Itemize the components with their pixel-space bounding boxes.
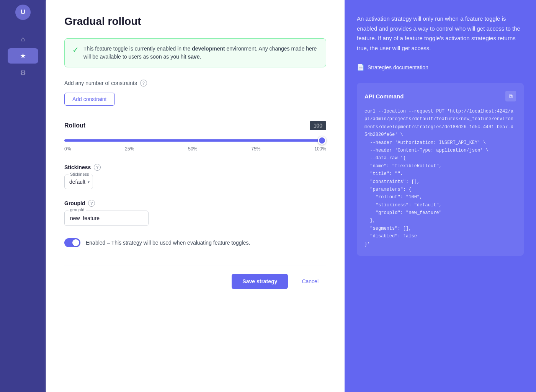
info-panel: An activation strategy will only run whe… (345, 0, 536, 392)
save-strategy-button[interactable]: Save strategy (232, 274, 288, 289)
api-code-block: curl --location --request PUT 'http://lo… (364, 108, 516, 248)
api-command-title: API Command (364, 93, 404, 100)
slider-label-75: 75% (251, 146, 260, 152)
slider-labels: 0% 25% 50% 75% 100% (64, 146, 326, 152)
dialog-overlay: Gradual rollout ✓ This feature toggle is… (46, 0, 536, 392)
add-constraint-button[interactable]: Add constraint (64, 93, 115, 106)
sidebar-nav: ⌂ ★ ⚙ (0, 31, 46, 80)
toggle-text: Enabled – This strategy will be used whe… (86, 240, 250, 246)
slider-label-50: 50% (188, 146, 197, 152)
alert-text: This feature toggle is currently enabled… (83, 45, 318, 61)
slider-container (64, 136, 326, 143)
constraints-help-icon[interactable]: ? (140, 80, 147, 87)
rollout-label: Rollout (64, 122, 85, 129)
api-command-header: API Command ⧉ (364, 91, 516, 101)
form-footer: Save strategy Cancel (64, 266, 326, 289)
toggle-section: Enabled – This strategy will be used whe… (64, 238, 326, 247)
stickiness-value: default (69, 176, 85, 188)
form-panel: Gradual rollout ✓ This feature toggle is… (46, 0, 345, 392)
rollout-value-badge: 100 (310, 121, 326, 130)
docs-link[interactable]: 📄 Strategies documentation (357, 64, 524, 71)
slider-label-0: 0% (64, 146, 71, 152)
docs-icon: 📄 (357, 64, 364, 71)
groupid-floating-label: groupId (69, 207, 86, 212)
api-command-section: API Command ⧉ curl --location --request … (357, 83, 524, 256)
info-description: An activation strategy will only run whe… (357, 14, 524, 53)
page-title: Gradual rollout (64, 15, 326, 28)
copy-icon[interactable]: ⧉ (505, 91, 516, 101)
avatar: U (15, 5, 31, 20)
enabled-toggle[interactable] (64, 238, 80, 247)
constraints-label: Add any number of constraints (64, 80, 137, 86)
slider-label-100: 100% (314, 146, 326, 152)
groupid-section: GroupId ? groupId (64, 200, 326, 226)
sidebar-item-home[interactable]: ⌂ (8, 31, 38, 47)
rollout-header: Rollout 100 (64, 121, 326, 130)
slider-label-25: 25% (125, 146, 134, 152)
stickiness-select[interactable]: Stickiness default ▾ (64, 175, 93, 189)
rollout-section: Rollout 100 0% 25% 50% 75% 100% (64, 121, 326, 152)
rollout-slider[interactable] (64, 139, 326, 142)
sidebar: U ⌂ ★ ⚙ (0, 0, 46, 392)
constraints-section: Add any number of constraints ? (64, 80, 326, 87)
groupid-help-icon[interactable]: ? (88, 200, 95, 207)
groupid-input-wrapper: groupId (64, 211, 149, 226)
groupid-label: GroupId ? (64, 200, 326, 207)
groupid-input[interactable] (70, 215, 143, 221)
check-icon: ✓ (72, 45, 79, 54)
alert-banner: ✓ This feature toggle is currently enabl… (64, 38, 326, 67)
stickiness-label: Stickiness ? (64, 164, 326, 171)
stickiness-section: Stickiness ? Stickiness default ▾ (64, 164, 326, 189)
sidebar-item-star[interactable]: ★ (8, 48, 38, 64)
docs-link-text: Strategies documentation (368, 64, 428, 70)
sidebar-item-settings[interactable]: ⚙ (8, 65, 38, 80)
stickiness-help-icon[interactable]: ? (94, 164, 101, 171)
stickiness-floating-label: Stickiness (69, 172, 91, 176)
toggle-knob (72, 239, 79, 246)
stickiness-chevron-icon: ▾ (88, 180, 90, 184)
cancel-button[interactable]: Cancel (294, 274, 326, 289)
